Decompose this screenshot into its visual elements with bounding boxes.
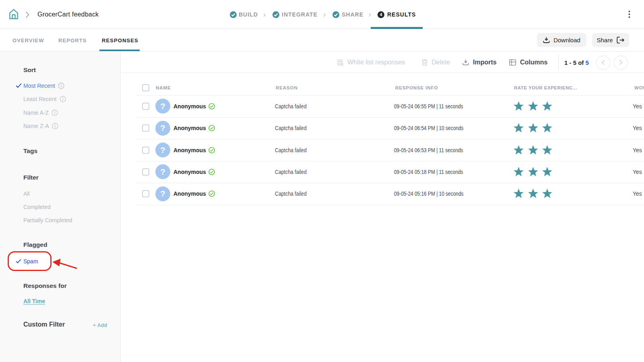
svg-text:4: 4 (380, 12, 382, 17)
